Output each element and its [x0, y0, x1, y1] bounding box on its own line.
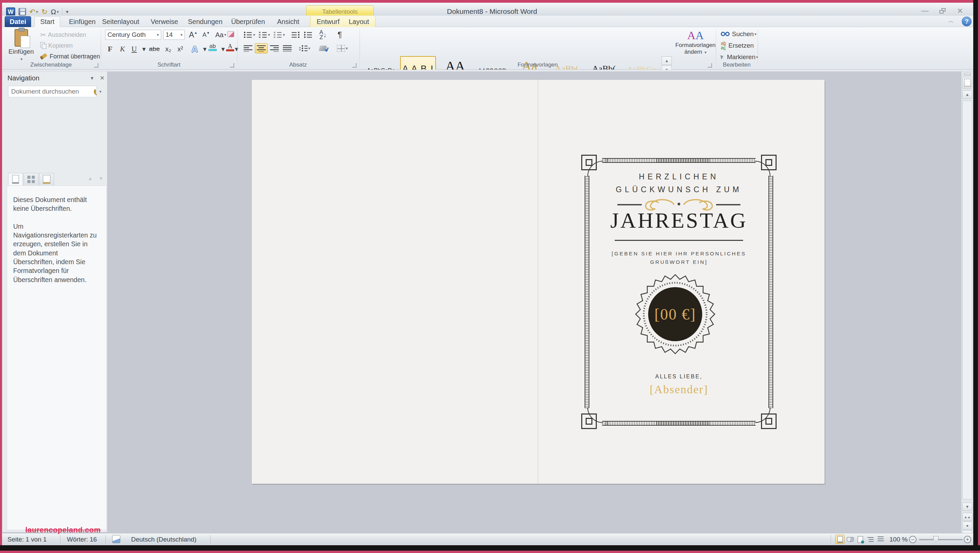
web-layout-view-button[interactable]	[856, 535, 865, 544]
underline-dropdown-icon[interactable]: ▾	[141, 44, 147, 54]
paste-button[interactable]: Einfügen ▾	[7, 29, 35, 62]
zoom-level-indicator[interactable]: 100 %	[889, 536, 908, 543]
styles-dialog-launcher[interactable]	[708, 63, 712, 68]
card-placeholder-line1[interactable]: [GEBEN SIE HIER IHR PERSONLICHES	[581, 251, 776, 257]
nav-tab-results[interactable]	[39, 173, 54, 186]
strikethrough-button[interactable]: abe	[147, 44, 162, 54]
paragraph-dialog-launcher[interactable]	[352, 63, 356, 68]
document-page[interactable]: HERZLICHEN GLÜCKWUNSCH ZUM JAHRESTAG [GE…	[252, 80, 824, 484]
page-count-indicator[interactable]: Seite: 1 von 1	[8, 536, 47, 543]
zoom-in-button[interactable]: +	[964, 536, 971, 543]
search-icon[interactable]	[94, 89, 96, 94]
font-dialog-launcher[interactable]	[230, 63, 234, 68]
print-layout-view-button[interactable]	[835, 535, 845, 544]
document-search-box[interactable]	[8, 86, 97, 97]
search-input[interactable]	[11, 88, 94, 95]
bullets-button[interactable]: ▾	[242, 30, 257, 40]
amount-badge[interactable]: [00 €]	[635, 273, 716, 355]
copy-button[interactable]: Kopieren	[38, 41, 74, 51]
minimize-button[interactable]: —	[920, 7, 930, 15]
align-left-button[interactable]	[242, 43, 254, 53]
tab-ansicht[interactable]: Ansicht	[271, 16, 305, 27]
close-button[interactable]: ×	[955, 7, 965, 15]
scroll-down-button[interactable]: ▼	[963, 503, 972, 511]
format-painter-button[interactable]: Format übertragen	[38, 51, 102, 62]
tab-ueberpruefen[interactable]: Überprüfen	[225, 16, 271, 27]
replace-button[interactable]: abac Ersetzen	[719, 41, 756, 51]
multilevel-list-button[interactable]: ▾	[272, 30, 286, 40]
previous-page-button[interactable]: ▲▲	[963, 513, 972, 521]
next-heading-icon[interactable]: ▼	[99, 176, 103, 181]
restore-button[interactable]	[937, 7, 948, 15]
select-browse-object-button[interactable]: ●	[963, 521, 972, 530]
align-center-button[interactable]	[255, 43, 268, 53]
clear-formatting-button[interactable]	[226, 29, 236, 39]
justify-button[interactable]	[281, 43, 293, 53]
tab-layout[interactable]: Layout	[343, 16, 375, 27]
zoom-slider-track[interactable]	[919, 539, 963, 540]
bold-button[interactable]: F	[106, 44, 114, 54]
nav-tab-pages[interactable]	[24, 173, 38, 186]
align-right-button[interactable]	[268, 43, 280, 53]
tab-start[interactable]: Start	[35, 16, 60, 27]
scroll-up-button[interactable]: ▲	[963, 91, 972, 99]
line-spacing-button[interactable]: ↕▾	[297, 43, 312, 53]
split-handle[interactable]	[964, 73, 971, 75]
increase-indent-button[interactable]	[302, 30, 314, 40]
shrink-font-button[interactable]: A▼	[201, 30, 212, 40]
find-button[interactable]: Suchen▾	[719, 29, 758, 39]
navigation-pane-close-icon[interactable]: ×	[100, 74, 104, 83]
outline-view-button[interactable]	[866, 535, 875, 544]
font-color-dropdown-icon[interactable]: ▾	[233, 44, 240, 54]
font-size-combo[interactable]: 14▾	[163, 30, 185, 40]
greeting-card[interactable]: HERZLICHEN GLÜCKWUNSCH ZUM JAHRESTAG [GE…	[581, 155, 776, 429]
collapse-ribbon-button[interactable]: ︿	[948, 17, 954, 25]
font-name-combo[interactable]: Century Goth▾	[105, 30, 161, 40]
highlight-button[interactable]: ab	[207, 43, 218, 53]
ruler-toggle-button[interactable]	[963, 77, 972, 89]
fullscreen-reading-view-button[interactable]	[845, 535, 854, 544]
card-greeting-line1[interactable]: HERZLICHEN	[581, 172, 776, 181]
search-options-dropdown-icon[interactable]: ▾	[99, 89, 101, 94]
tab-sendungen[interactable]: Sendungen	[182, 16, 228, 27]
draft-view-button[interactable]	[876, 535, 885, 544]
text-effects-button[interactable]: A	[190, 44, 199, 54]
nav-tab-headings[interactable]	[8, 173, 23, 186]
paste-dropdown-icon[interactable]: ▾	[20, 57, 22, 62]
grow-font-button[interactable]: A▲	[187, 30, 199, 40]
select-button[interactable]: Markieren▾	[719, 52, 760, 62]
tab-verweise[interactable]: Verweise	[145, 16, 184, 27]
tab-datei[interactable]: Datei	[5, 16, 31, 27]
numbering-button[interactable]: ▾	[257, 30, 272, 40]
previous-heading-icon[interactable]: ▲	[88, 176, 92, 181]
word-count-indicator[interactable]: Wörter: 16	[67, 536, 97, 543]
proofing-icon[interactable]	[112, 535, 120, 543]
language-indicator[interactable]: Deutsch (Deutschland)	[131, 536, 196, 543]
change-styles-button[interactable]: AA Formatvorlagenändern ▾	[676, 30, 715, 62]
vertical-scrollbar[interactable]: ▲ ▼ ▲▲ ● ▼▼	[961, 72, 973, 533]
card-greeting-line2[interactable]: GLÜCKWUNSCH ZUM	[581, 185, 776, 194]
shading-button[interactable]: ▾	[318, 43, 331, 53]
card-closing[interactable]: ALLES LIEBE,	[581, 373, 776, 380]
zoom-out-button[interactable]: –	[909, 536, 916, 543]
card-sender-placeholder[interactable]: [Absender]	[581, 383, 776, 396]
help-button[interactable]: ?	[962, 17, 972, 26]
navigation-pane-menu-icon[interactable]: ▼	[90, 76, 94, 81]
underline-button[interactable]: U	[130, 44, 138, 54]
italic-button[interactable]: K	[118, 44, 127, 54]
cut-button[interactable]: ✂ Ausschneiden	[38, 30, 88, 40]
tab-entwurf[interactable]: Entwurf	[310, 16, 346, 27]
subscript-button[interactable]: x₂	[164, 44, 173, 54]
card-title[interactable]: JAHRESTAG	[581, 208, 776, 233]
borders-button[interactable]: ▾	[335, 43, 349, 53]
decrease-indent-button[interactable]	[289, 30, 301, 40]
card-placeholder-line2[interactable]: GRUßWORT EIN]	[581, 259, 776, 265]
badge-amount-text[interactable]: [00 €]	[654, 306, 696, 323]
tab-seitenlayout[interactable]: Seitenlayout	[96, 16, 145, 27]
superscript-button[interactable]: x²	[176, 44, 185, 54]
scrollbar-thumb[interactable]	[963, 101, 972, 499]
sort-button[interactable]: AZ↓	[318, 30, 328, 40]
clipboard-dialog-launcher[interactable]	[94, 63, 98, 68]
show-paragraph-marks-button[interactable]: ¶	[336, 30, 344, 40]
zoom-slider-handle[interactable]	[933, 536, 939, 542]
